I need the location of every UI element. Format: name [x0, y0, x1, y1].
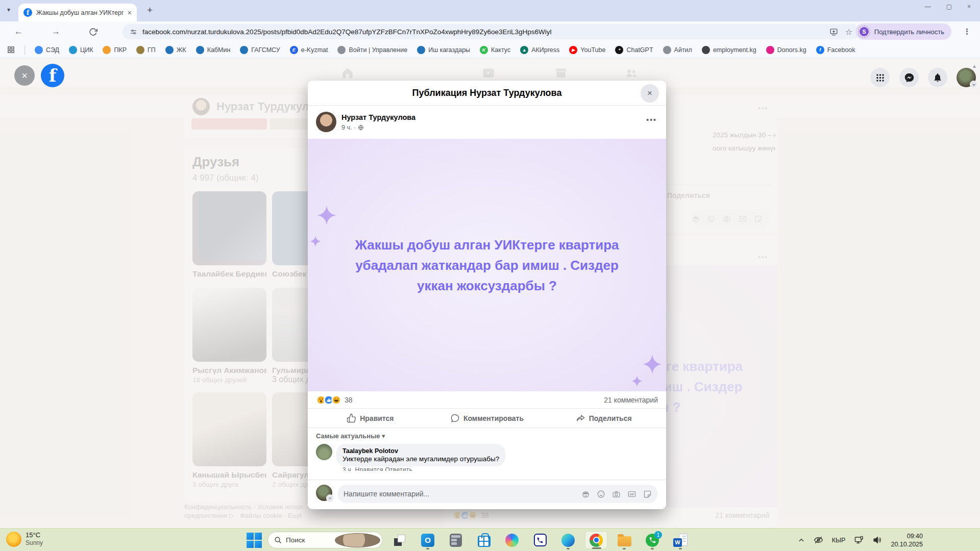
bookmark-item[interactable]: ЦИК [69, 46, 93, 54]
forward-button[interactable]: → [52, 27, 60, 37]
tray-chevron-icon[interactable] [798, 537, 805, 544]
comment-item: Taalaybek Polotov Уиктерде кайрадан эле … [308, 441, 666, 466]
emoji-icon[interactable] [597, 490, 605, 498]
bookmark-favicon [417, 46, 425, 54]
dialog-close-button[interactable]: × [641, 84, 659, 103]
bookmark-favicon [240, 46, 248, 54]
bookmark-item[interactable]: Ee-Kyzmat [290, 46, 328, 54]
browser-tab[interactable]: f Жакшы добуш алган УИКтерге × [18, 4, 137, 21]
calculator-icon[interactable] [445, 531, 467, 549]
whatsapp-badge: 1 [654, 531, 662, 539]
new-tab-button[interactable]: + [147, 5, 153, 16]
post-image-area: Жакшы добуш алган УИКтерге квартира убад… [308, 139, 666, 391]
start-button[interactable] [247, 533, 262, 548]
browser-tabstrip: ▾ f Жакшы добуш алган УИКтерге × + — ▢ × [0, 0, 980, 21]
menu-grid-button[interactable] [870, 68, 890, 87]
bookmark-item[interactable]: ЖК [165, 46, 186, 54]
window-controls: — ▢ × [925, 3, 971, 10]
bookmark-item[interactable]: KКактус [480, 46, 510, 54]
account-avatar[interactable] [957, 68, 976, 87]
like-button[interactable]: Нравится [312, 409, 429, 428]
bookmark-item[interactable]: Войти | Управление [337, 46, 407, 54]
bookmark-item[interactable]: СЭД [35, 46, 59, 54]
volume-icon[interactable] [872, 535, 882, 545]
comments-sort-dropdown[interactable]: Самые актуальные ▾ [308, 428, 666, 441]
hidden-eye-icon[interactable] [814, 535, 823, 545]
gif-icon[interactable]: GIF [627, 490, 636, 498]
minimize-button[interactable]: — [925, 3, 931, 10]
bookmark-item[interactable]: КабМин [196, 46, 231, 54]
taskbar-clock[interactable]: 09:40 20.10.2025 [891, 532, 923, 548]
bookmark-item[interactable]: ▶YouTube [569, 46, 605, 54]
camera-icon[interactable] [612, 490, 621, 498]
back-button[interactable]: ← [14, 27, 23, 37]
install-app-icon[interactable] [829, 28, 838, 36]
close-page-button[interactable]: × [14, 65, 35, 86]
chrome-icon[interactable] [585, 531, 607, 549]
sticker-icon[interactable] [643, 490, 652, 498]
commenter-avatar[interactable] [316, 444, 332, 460]
address-bar[interactable]: facebook.com/nurzat.turdukulova.2025/pos… [122, 24, 860, 39]
bookmark-item[interactable]: ГП [136, 46, 156, 54]
author-name[interactable]: Нурзат Турдукулова [341, 113, 415, 121]
bookmark-item[interactable]: ▲АКИpress [520, 46, 559, 54]
weather-widget[interactable]: 15°CSunny [6, 531, 43, 547]
phone-link-icon[interactable] [529, 531, 551, 549]
apps-grid-icon[interactable] [7, 46, 15, 54]
browser-menu-icon[interactable]: ⋮ [963, 27, 972, 36]
network-icon[interactable] [854, 535, 864, 545]
tab-search-icon[interactable]: ▾ [7, 6, 10, 13]
task-view-button[interactable] [388, 531, 411, 549]
comment-input[interactable]: Напишите комментарий... GIF [337, 485, 658, 503]
verify-identity-button[interactable]: S Подтвердить личность [855, 23, 951, 40]
commenter-name[interactable]: Taalaybek Polotov [342, 447, 499, 455]
notifications-button[interactable] [928, 68, 947, 87]
bookmark-item[interactable]: *ChatGPT [615, 46, 653, 54]
bookmark-favicon [136, 46, 144, 54]
microsoft-store-icon[interactable] [473, 531, 495, 549]
scrollbar-up-arrow[interactable]: ▲ [972, 63, 977, 69]
avatar-sticker-icon[interactable] [581, 490, 590, 498]
composer-avatar[interactable] [316, 485, 332, 501]
whatsapp-icon[interactable]: 1 [641, 531, 664, 549]
bookmark-favicon [337, 46, 346, 54]
reaction-chips[interactable]: 38 [316, 395, 353, 405]
site-settings-icon[interactable] [130, 28, 137, 36]
edge-icon[interactable] [557, 531, 579, 549]
bookmark-favicon: E [290, 46, 298, 54]
messenger-button[interactable] [899, 68, 919, 87]
post-text: Жакшы добуш алган УИКтерге квартира убад… [355, 235, 619, 296]
bookmark-item[interactable]: Иш кагаздары [417, 46, 470, 54]
share-button[interactable]: Поделиться [545, 409, 662, 428]
language-indicator[interactable]: КЫР [832, 537, 846, 544]
facebook-logo[interactable]: f [41, 64, 64, 87]
word-icon[interactable]: W [669, 531, 692, 549]
bookmark-item[interactable]: Айтил [663, 46, 692, 54]
copilot-icon[interactable] [501, 531, 523, 549]
outlook-icon[interactable]: O [416, 531, 439, 549]
maximize-button[interactable]: ▢ [946, 3, 952, 10]
browser-toolbar: ← → facebook.com/nurzat.turdukulova.2025… [0, 21, 980, 42]
comment-button[interactable]: Комментировать [429, 409, 546, 428]
bookmark-item[interactable]: ГАГСМСУ [240, 46, 280, 54]
taskbar-search[interactable]: Поиск [267, 532, 383, 548]
bookmark-item[interactable]: Donors.kg [766, 46, 806, 54]
window-close-button[interactable]: × [967, 3, 971, 10]
tab-close-icon[interactable]: × [128, 9, 132, 16]
comments-count[interactable]: 21 комментарий [604, 396, 658, 404]
author-avatar[interactable] [316, 112, 336, 132]
bookmark-favicon [165, 46, 174, 54]
reload-button[interactable] [89, 28, 97, 36]
post-menu-icon[interactable]: ••• [646, 116, 657, 124]
dialog-title: Публикация Нурзат Турдукулова [412, 88, 562, 98]
sparkle-icon [310, 235, 321, 248]
dialog-header: Публикация Нурзат Турдукулова × [308, 81, 666, 106]
bookmark-item[interactable]: fFacebook [816, 46, 855, 54]
bookmark-item[interactable]: ПКР [103, 46, 127, 54]
file-explorer-icon[interactable] [613, 531, 635, 549]
bookmark-item[interactable]: employment.kg [702, 46, 756, 54]
bookmark-star-icon[interactable]: ☆ [845, 27, 852, 37]
comment-bubble[interactable]: Taalaybek Polotov Уиктерде кайрадан эле … [336, 444, 505, 466]
bookmark-favicon [196, 46, 204, 54]
comment-actions-clipped[interactable]: 3 ч. Нравится Ответить [342, 466, 666, 471]
